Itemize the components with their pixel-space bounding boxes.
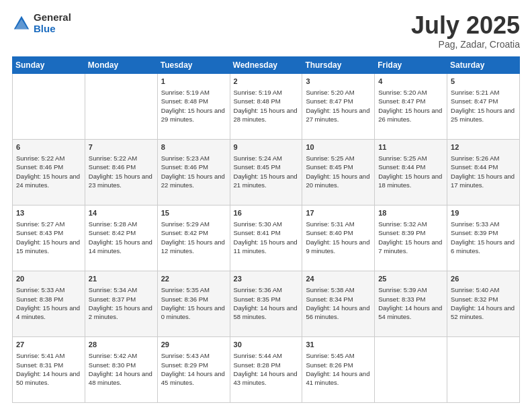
calendar-row: 27Sunrise: 5:41 AMSunset: 8:31 PMDayligh… bbox=[13, 336, 520, 402]
daylight-text: Daylight: 14 hours and 45 minutes. bbox=[161, 370, 225, 386]
sunset-text: Sunset: 8:44 PM bbox=[451, 163, 498, 171]
sunset-text: Sunset: 8:45 PM bbox=[306, 163, 353, 171]
table-row: 16Sunrise: 5:30 AMSunset: 8:41 PMDayligh… bbox=[230, 205, 302, 271]
sunrise-text: Sunrise: 5:28 AM bbox=[89, 220, 137, 228]
table-row: 1Sunrise: 5:19 AMSunset: 8:48 PMDaylight… bbox=[157, 73, 230, 139]
daylight-text: Daylight: 15 hours and 27 minutes. bbox=[306, 107, 369, 123]
sunset-text: Sunset: 8:34 PM bbox=[306, 295, 353, 303]
daylight-text: Daylight: 15 hours and 24 minutes. bbox=[16, 173, 80, 189]
day-number: 17 bbox=[306, 208, 371, 218]
sunrise-text: Sunrise: 5:30 AM bbox=[234, 220, 282, 228]
table-row bbox=[375, 336, 447, 402]
day-number: 2 bbox=[234, 77, 299, 87]
sunrise-text: Sunrise: 5:31 AM bbox=[306, 220, 354, 228]
sunrise-text: Sunrise: 5:27 AM bbox=[16, 220, 64, 228]
table-row: 3Sunrise: 5:20 AMSunset: 8:47 PMDaylight… bbox=[302, 73, 375, 139]
day-number: 12 bbox=[451, 142, 516, 152]
sunset-text: Sunset: 8:48 PM bbox=[234, 97, 281, 105]
sunset-text: Sunset: 8:46 PM bbox=[16, 163, 63, 171]
logo-general-text: General bbox=[34, 12, 71, 24]
sunset-text: Sunset: 8:47 PM bbox=[451, 97, 498, 105]
day-number: 27 bbox=[16, 340, 81, 350]
day-number: 13 bbox=[16, 208, 81, 218]
table-row: 23Sunrise: 5:36 AMSunset: 8:35 PMDayligh… bbox=[230, 271, 302, 336]
table-row: 31Sunrise: 5:45 AMSunset: 8:26 PMDayligh… bbox=[302, 336, 375, 402]
daylight-text: Daylight: 14 hours and 56 minutes. bbox=[306, 304, 369, 320]
col-monday: Monday bbox=[85, 56, 157, 73]
table-row: 17Sunrise: 5:31 AMSunset: 8:40 PMDayligh… bbox=[302, 205, 375, 271]
sunset-text: Sunset: 8:42 PM bbox=[89, 229, 136, 236]
sunrise-text: Sunrise: 5:33 AM bbox=[451, 220, 499, 228]
sunset-text: Sunset: 8:46 PM bbox=[89, 163, 136, 171]
table-row bbox=[85, 73, 157, 139]
sunset-text: Sunset: 8:37 PM bbox=[89, 295, 136, 303]
sunset-text: Sunset: 8:43 PM bbox=[16, 229, 63, 236]
col-sunday: Sunday bbox=[13, 56, 85, 73]
table-row: 7Sunrise: 5:22 AMSunset: 8:46 PMDaylight… bbox=[85, 139, 157, 205]
sunrise-text: Sunrise: 5:38 AM bbox=[306, 286, 354, 293]
calendar-row: 20Sunrise: 5:33 AMSunset: 8:38 PMDayligh… bbox=[13, 271, 520, 336]
sunset-text: Sunset: 8:32 PM bbox=[451, 295, 498, 303]
daylight-text: Daylight: 14 hours and 52 minutes. bbox=[451, 304, 515, 320]
sunset-text: Sunset: 8:35 PM bbox=[234, 295, 281, 303]
day-number: 9 bbox=[234, 142, 299, 152]
table-row: 15Sunrise: 5:29 AMSunset: 8:42 PMDayligh… bbox=[157, 205, 230, 271]
calendar-table: Sunday Monday Tuesday Wednesday Thursday… bbox=[12, 56, 520, 403]
sunset-text: Sunset: 8:41 PM bbox=[234, 229, 281, 236]
day-number: 16 bbox=[234, 208, 299, 218]
sunset-text: Sunset: 8:28 PM bbox=[234, 361, 281, 369]
daylight-text: Daylight: 15 hours and 0 minutes. bbox=[161, 304, 225, 320]
day-number: 31 bbox=[306, 340, 371, 350]
sunrise-text: Sunrise: 5:32 AM bbox=[378, 220, 427, 228]
sunset-text: Sunset: 8:46 PM bbox=[161, 163, 208, 171]
sunrise-text: Sunrise: 5:40 AM bbox=[451, 286, 499, 293]
table-row: 13Sunrise: 5:27 AMSunset: 8:43 PMDayligh… bbox=[13, 205, 85, 271]
daylight-text: Daylight: 15 hours and 2 minutes. bbox=[89, 304, 152, 320]
sunrise-text: Sunrise: 5:41 AM bbox=[16, 352, 64, 359]
sunset-text: Sunset: 8:30 PM bbox=[89, 361, 136, 369]
daylight-text: Daylight: 14 hours and 41 minutes. bbox=[306, 370, 369, 386]
day-number: 4 bbox=[378, 77, 443, 87]
sunset-text: Sunset: 8:38 PM bbox=[16, 295, 63, 303]
sunrise-text: Sunrise: 5:25 AM bbox=[378, 154, 427, 162]
col-friday: Friday bbox=[375, 56, 447, 73]
sunset-text: Sunset: 8:42 PM bbox=[161, 229, 208, 236]
table-row: 12Sunrise: 5:26 AMSunset: 8:44 PMDayligh… bbox=[447, 139, 520, 205]
table-row bbox=[13, 73, 85, 139]
table-row: 11Sunrise: 5:25 AMSunset: 8:44 PMDayligh… bbox=[375, 139, 447, 205]
day-number: 5 bbox=[451, 77, 516, 87]
sunrise-text: Sunrise: 5:20 AM bbox=[378, 89, 427, 96]
table-row: 30Sunrise: 5:44 AMSunset: 8:28 PMDayligh… bbox=[230, 336, 302, 402]
title-area: July 2025 Pag, Zadar, Croatia bbox=[411, 12, 520, 50]
day-number: 21 bbox=[89, 274, 154, 284]
day-number: 18 bbox=[378, 208, 443, 218]
sunrise-text: Sunrise: 5:26 AM bbox=[451, 154, 499, 162]
table-row: 26Sunrise: 5:40 AMSunset: 8:32 PMDayligh… bbox=[447, 271, 520, 336]
calendar-row: 6Sunrise: 5:22 AMSunset: 8:46 PMDaylight… bbox=[13, 139, 520, 205]
daylight-text: Daylight: 15 hours and 25 minutes. bbox=[451, 107, 515, 123]
sunset-text: Sunset: 8:44 PM bbox=[378, 163, 425, 171]
day-number: 25 bbox=[378, 274, 443, 284]
day-number: 11 bbox=[378, 142, 443, 152]
table-row: 18Sunrise: 5:32 AMSunset: 8:39 PMDayligh… bbox=[375, 205, 447, 271]
sunset-text: Sunset: 8:45 PM bbox=[234, 163, 281, 171]
header: General Blue July 2025 Pag, Zadar, Croat… bbox=[12, 12, 520, 50]
sunset-text: Sunset: 8:33 PM bbox=[378, 295, 425, 303]
sunset-text: Sunset: 8:40 PM bbox=[306, 229, 353, 236]
day-number: 24 bbox=[306, 274, 371, 284]
sunset-text: Sunset: 8:48 PM bbox=[161, 97, 208, 105]
sunrise-text: Sunrise: 5:23 AM bbox=[161, 154, 210, 162]
daylight-text: Daylight: 15 hours and 22 minutes. bbox=[161, 173, 225, 189]
daylight-text: Daylight: 15 hours and 26 minutes. bbox=[378, 107, 442, 123]
daylight-text: Daylight: 15 hours and 6 minutes. bbox=[451, 238, 515, 255]
daylight-text: Daylight: 15 hours and 11 minutes. bbox=[234, 238, 298, 255]
daylight-text: Daylight: 14 hours and 48 minutes. bbox=[89, 370, 152, 386]
day-number: 26 bbox=[451, 274, 516, 284]
table-row: 21Sunrise: 5:34 AMSunset: 8:37 PMDayligh… bbox=[85, 271, 157, 336]
col-tuesday: Tuesday bbox=[157, 56, 230, 73]
daylight-text: Daylight: 15 hours and 17 minutes. bbox=[451, 173, 515, 189]
sunset-text: Sunset: 8:39 PM bbox=[451, 229, 498, 236]
day-number: 20 bbox=[16, 274, 81, 284]
daylight-text: Daylight: 14 hours and 43 minutes. bbox=[234, 370, 298, 386]
location: Pag, Zadar, Croatia bbox=[411, 39, 520, 50]
